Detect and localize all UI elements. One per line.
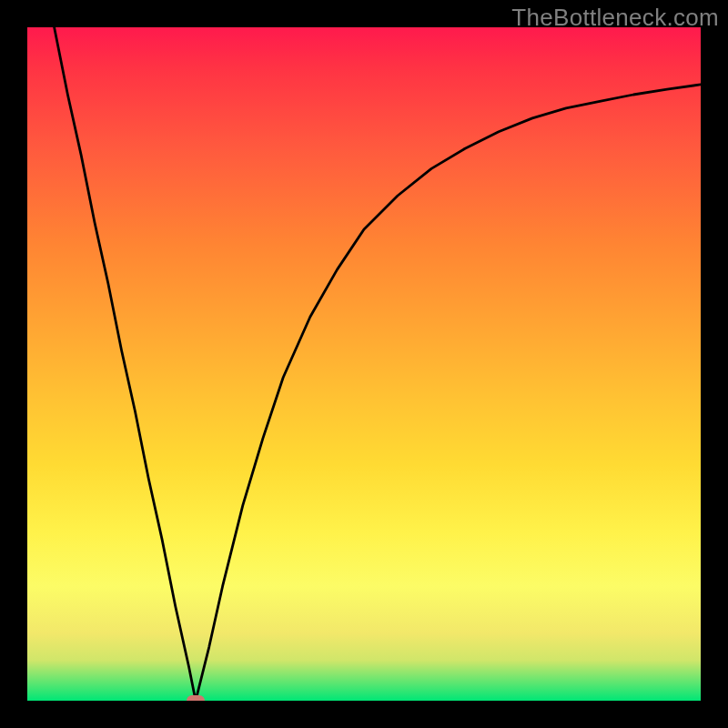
plot-area — [27, 27, 701, 701]
chart-frame: TheBottleneck.com — [0, 0, 728, 728]
bottleneck-curve — [27, 27, 701, 701]
optimal-point-marker — [187, 695, 205, 701]
watermark-text: TheBottleneck.com — [511, 4, 719, 32]
